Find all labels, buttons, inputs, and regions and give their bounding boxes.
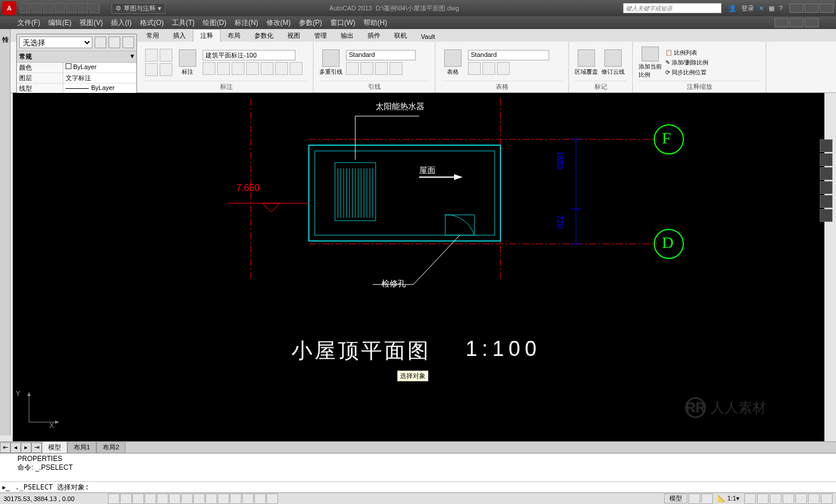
help-icon[interactable]: ? [779, 5, 783, 12]
command-history[interactable]: PROPERTIES 命令: _.PSELECT [0, 453, 836, 481]
layout-next-icon[interactable]: ▸ [21, 442, 31, 453]
doc-close-button[interactable] [805, 18, 819, 27]
hardware-accel-icon[interactable] [795, 494, 807, 504]
auto-scale-icon[interactable] [757, 494, 769, 504]
workspace-switch-icon[interactable] [770, 494, 781, 504]
am-icon[interactable] [266, 494, 278, 504]
sc-icon[interactable] [254, 494, 266, 504]
table-button[interactable]: 表格 [441, 46, 464, 79]
navbar-home-icon[interactable] [820, 139, 833, 152]
dim-arc-icon[interactable] [246, 62, 259, 75]
app-logo[interactable]: A [2, 1, 16, 15]
ribbon-tab-annotate[interactable]: 注释 [193, 29, 221, 42]
dim-radius-icon[interactable] [261, 62, 273, 75]
leader-add-icon[interactable] [346, 62, 359, 75]
coordinate-display[interactable]: 30175.53, 3884.13 , 0.00 [3, 495, 108, 502]
ribbon-tab-layout[interactable]: 布局 [221, 30, 247, 42]
clean-screen-icon[interactable] [821, 494, 833, 504]
dim-aligned-icon[interactable] [217, 62, 230, 75]
leader-style-combo[interactable]: Standard [346, 50, 416, 60]
qat-saveas-icon[interactable] [55, 3, 65, 13]
ribbon-tab-parametric[interactable]: 参数化 [247, 30, 280, 42]
doc-minimize-button[interactable] [774, 18, 788, 27]
properties-palette-title[interactable]: 特性 [0, 29, 11, 34]
check-spelling-icon[interactable] [145, 63, 158, 76]
navbar-zoom-icon[interactable] [820, 181, 833, 194]
table-link-icon[interactable] [468, 62, 481, 75]
apps-icon[interactable]: ▦ [769, 5, 774, 12]
layout-prev-icon[interactable]: ◂ [10, 442, 21, 453]
layout-last-icon[interactable]: ⇥ [31, 442, 42, 453]
qat-new-icon[interactable] [20, 3, 30, 13]
ribbon-tab-home[interactable]: 常用 [139, 30, 166, 42]
dim-angular-icon[interactable] [232, 62, 244, 75]
model-space-button[interactable]: 模型 [664, 494, 687, 503]
ribbon-tab-plugins[interactable]: 插件 [361, 30, 387, 42]
mleader-button[interactable]: 多重引线 [319, 46, 343, 79]
polar-icon[interactable] [145, 494, 156, 504]
menu-edit[interactable]: 编辑(E) [48, 18, 71, 28]
menu-modify[interactable]: 修改(M) [266, 18, 291, 28]
navbar-pan-icon[interactable] [820, 167, 833, 180]
help-search-input[interactable] [623, 3, 722, 13]
menu-help[interactable]: 帮助(H) [363, 18, 387, 28]
close-button[interactable] [820, 3, 834, 13]
snap-mode-icon[interactable] [108, 494, 120, 504]
quick-view-layouts-icon[interactable] [689, 494, 700, 504]
menu-view[interactable]: 视图(V) [80, 18, 103, 28]
table-style-combo[interactable]: Standard [468, 50, 549, 60]
dim-linear-icon[interactable] [203, 62, 215, 75]
qat-save-icon[interactable] [43, 3, 53, 13]
qat-undo-icon[interactable] [78, 3, 88, 13]
toolbar-lock-icon[interactable] [783, 494, 794, 504]
toggle-pickfirst-icon[interactable] [122, 37, 134, 48]
navbar-orbit-icon[interactable] [820, 195, 833, 208]
ribbon-tab-view[interactable]: 视图 [280, 30, 307, 42]
workspace-selector[interactable]: ⚙ 草图与注释 ▾ [111, 3, 165, 14]
select-objects-icon[interactable] [109, 37, 120, 48]
drawing-canvas[interactable]: 太阳能热水器 屋面 7.650 检修孔 1680 720 F D 小屋顶平面图 … [13, 93, 824, 441]
quick-select-icon[interactable] [95, 37, 106, 48]
dim-diameter-icon[interactable] [275, 62, 288, 75]
menu-draw[interactable]: 绘图(D) [203, 18, 226, 28]
text-scale-icon[interactable] [160, 63, 172, 76]
layout-tab-layout2[interactable]: 布局2 [96, 441, 125, 453]
annotation-visibility-icon[interactable] [744, 494, 756, 504]
ducs-icon[interactable] [193, 494, 205, 504]
lwt-icon[interactable] [218, 494, 229, 504]
maximize-button[interactable] [805, 3, 819, 13]
qp-icon[interactable] [242, 494, 254, 504]
panel-label-table[interactable]: 表格 [441, 81, 563, 91]
revcloud-button[interactable]: 修订云线 [601, 46, 625, 79]
navbar-showmotion-icon[interactable] [820, 209, 833, 222]
table-extract-icon[interactable] [482, 62, 495, 75]
signin-label[interactable]: 登录 [741, 4, 754, 13]
menu-dimension[interactable]: 标注(N) [235, 18, 258, 28]
ribbon-tab-online[interactable]: 联机 [387, 30, 414, 42]
menu-insert[interactable]: 插入(I) [111, 18, 131, 28]
command-input[interactable] [15, 484, 834, 492]
prop-linetype-value[interactable]: ByLayer [63, 84, 136, 93]
ribbon-tab-insert[interactable]: 插入 [166, 30, 193, 42]
text-tool-icon[interactable] [145, 49, 158, 62]
panel-label-scale[interactable]: 注释缩放 [639, 81, 760, 91]
table-download-icon[interactable] [497, 62, 510, 75]
signin-icon[interactable]: 👤 [729, 5, 737, 12]
dim-ordinate-icon[interactable] [290, 62, 302, 75]
isolate-objects-icon[interactable] [808, 494, 820, 504]
prop-layer-value[interactable]: 文字标注 [63, 73, 136, 83]
ribbon-tab-output[interactable]: 输出 [334, 30, 361, 42]
panel-label-dimension[interactable]: 标注 [145, 81, 307, 91]
navbar-wheel-icon[interactable] [820, 153, 833, 166]
osnap-icon[interactable] [157, 494, 168, 504]
menu-format[interactable]: 格式(O) [140, 18, 164, 28]
ortho-icon[interactable] [132, 494, 144, 504]
scale-sync-button[interactable]: ⟳ 同步比例位置 [665, 69, 708, 77]
dimension-button[interactable]: 标注 [176, 46, 199, 79]
osnap3d-icon[interactable] [169, 494, 181, 504]
otrack-icon[interactable] [181, 494, 193, 504]
layout-tab-model[interactable]: 模型 [42, 441, 67, 453]
qat-plot-icon[interactable] [66, 3, 77, 13]
leader-align-icon[interactable] [375, 62, 388, 75]
qat-redo-icon[interactable] [89, 3, 100, 13]
